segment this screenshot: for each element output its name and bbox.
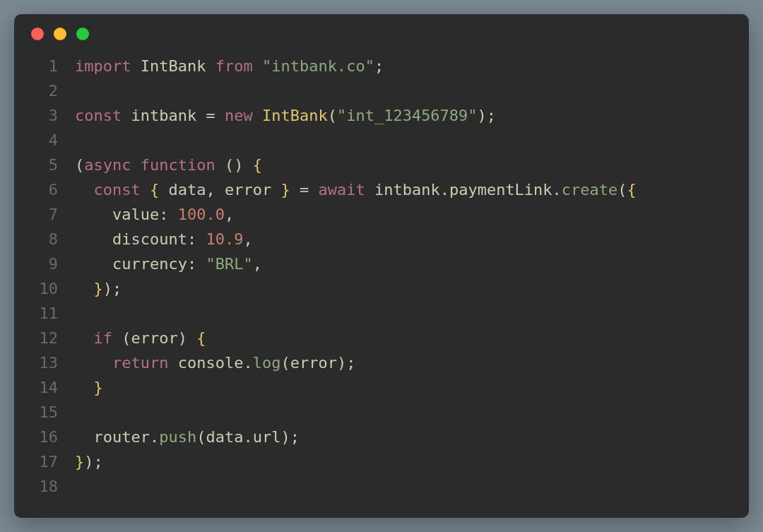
identifier: error xyxy=(290,354,337,372)
keyword-from: from xyxy=(215,57,253,75)
line-number: 18 xyxy=(14,474,75,499)
line-number: 8 xyxy=(14,227,75,252)
code-line: 3 const intbank = new IntBank("int_12345… xyxy=(14,103,749,128)
semicolon: ; xyxy=(346,354,355,372)
method-call: create xyxy=(562,181,617,199)
indent xyxy=(75,354,112,372)
brace: } xyxy=(94,280,103,297)
method-call: push xyxy=(159,428,196,446)
string-literal: "BRL" xyxy=(206,255,252,273)
colon: : xyxy=(159,206,168,223)
semicolon: ; xyxy=(374,57,384,75)
code-line: 4 xyxy=(14,128,749,153)
line-number: 2 xyxy=(14,78,75,103)
semicolon: ; xyxy=(487,107,496,124)
brace: { xyxy=(253,156,262,174)
keyword-const: const xyxy=(94,181,141,199)
line-number: 7 xyxy=(14,202,75,227)
paren: ) xyxy=(178,329,187,347)
identifier: error xyxy=(225,181,271,199)
line-number: 17 xyxy=(14,449,75,474)
property-key: discount xyxy=(112,230,187,248)
indent xyxy=(75,280,94,297)
dot: . xyxy=(243,354,252,372)
paren: ( xyxy=(196,428,206,446)
identifier: data xyxy=(168,181,206,199)
indent xyxy=(75,230,112,248)
paren: ( xyxy=(122,329,131,347)
keyword-if: if xyxy=(94,329,113,347)
property-key: value xyxy=(112,206,159,223)
comma: , xyxy=(225,206,234,223)
property: url xyxy=(253,428,281,446)
line-number: 13 xyxy=(14,350,75,375)
line-number: 11 xyxy=(14,301,75,326)
identifier: intbank xyxy=(374,181,440,199)
property-key: currency xyxy=(112,255,187,273)
comma: , xyxy=(243,230,252,248)
number-literal: 100.0 xyxy=(178,206,225,223)
indent xyxy=(75,255,112,273)
keyword-await: await xyxy=(318,181,365,199)
minimize-icon[interactable] xyxy=(54,28,66,40)
line-number: 10 xyxy=(14,276,75,301)
code-line: 16 router.push(data.url); xyxy=(14,425,749,449)
keyword-new: new xyxy=(225,107,253,124)
string-literal: "int_123456789" xyxy=(337,107,478,124)
keyword-async: async xyxy=(84,156,131,174)
class-name: IntBank xyxy=(262,107,328,124)
code-line: 2 xyxy=(14,78,749,103)
brace: } xyxy=(280,181,290,199)
identifier: console xyxy=(178,354,244,372)
code-line: 5 (async function () { xyxy=(14,153,749,177)
brace: { xyxy=(196,329,206,347)
paren: ) xyxy=(337,354,346,372)
operator: = xyxy=(206,107,215,124)
line-number: 4 xyxy=(14,128,75,153)
close-icon[interactable] xyxy=(31,28,44,40)
code-line: 13 return console.log(error); xyxy=(14,350,749,375)
paren: ) xyxy=(234,156,243,174)
code-line: 1 import IntBank from "intbank.co"; xyxy=(14,54,749,78)
code-line: 15 xyxy=(14,400,749,425)
brace: { xyxy=(150,181,159,199)
code-editor[interactable]: 1 import IntBank from "intbank.co"; 2 3 … xyxy=(14,54,749,499)
line-number: 12 xyxy=(14,326,75,350)
dot: . xyxy=(552,181,562,199)
number-literal: 10.9 xyxy=(206,230,243,248)
semicolon: ; xyxy=(94,453,103,471)
code-line: 10 }); xyxy=(14,276,749,301)
keyword-return: return xyxy=(112,354,168,372)
code-line: 12 if (error) { xyxy=(14,326,749,350)
line-number: 5 xyxy=(14,153,75,177)
paren: ( xyxy=(328,107,337,124)
line-number: 3 xyxy=(14,103,75,128)
code-line: 6 const { data, error } = await intbank.… xyxy=(14,177,749,202)
identifier: data xyxy=(206,428,243,446)
comma: , xyxy=(253,255,262,273)
colon: : xyxy=(187,255,196,273)
dot: . xyxy=(150,428,159,446)
code-line: 18 xyxy=(14,474,749,499)
indent xyxy=(75,181,94,199)
brace: { xyxy=(627,181,637,199)
dot: . xyxy=(243,428,252,446)
paren: ) xyxy=(103,280,112,297)
zoom-icon[interactable] xyxy=(76,28,89,40)
line-number: 14 xyxy=(14,375,75,400)
indent xyxy=(75,329,94,347)
identifier: router xyxy=(94,428,150,446)
comma: , xyxy=(206,181,215,199)
semicolon: ; xyxy=(290,428,300,446)
indent xyxy=(75,379,94,396)
keyword-function: function xyxy=(141,156,215,174)
code-line: 8 discount: 10.9, xyxy=(14,227,749,252)
paren: ( xyxy=(225,156,234,174)
keyword-import: import xyxy=(75,57,131,75)
brace: } xyxy=(75,453,84,471)
line-number: 9 xyxy=(14,252,75,276)
dot: . xyxy=(440,181,449,199)
paren: ) xyxy=(280,428,290,446)
paren: ) xyxy=(478,107,487,124)
code-line: 7 value: 100.0, xyxy=(14,202,749,227)
